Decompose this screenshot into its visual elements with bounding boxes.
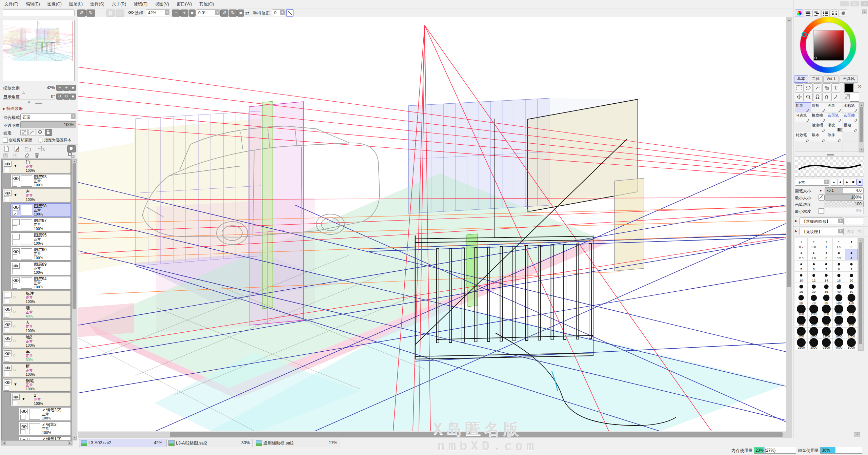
size-20[interactable]: 20 (845, 271, 858, 283)
min-size-pressure-button[interactable] (819, 194, 825, 201)
layer-extra-box[interactable] (4, 196, 9, 201)
layer-row-地2[interactable]: ▷地2正常100% (2, 334, 71, 348)
nav-zoom-slider[interactable] (3, 91, 55, 91)
size-4000[interactable]: 4000 (832, 338, 845, 350)
tab-基本[interactable]: 基本 (794, 75, 808, 83)
brush-渐变[interactable]: 渐变 (827, 122, 843, 132)
new-folder-button[interactable] (24, 146, 31, 153)
zoom-in-button[interactable]: + (180, 9, 188, 17)
layer-visibility-toggle[interactable] (4, 190, 12, 196)
brush-水彩笔[interactable]: 水彩笔 (843, 102, 859, 112)
document-tab-L3-A02贴图.sai2[interactable]: L3-A02贴图.sai230% (166, 439, 253, 447)
swatches-panel-icon[interactable] (804, 9, 812, 17)
document-tab-L3-A02.sai2[interactable]: L3-A02.sai242% (79, 439, 165, 447)
menu-item-2[interactable]: 图像(C) (47, 1, 62, 7)
layer-folder-toggle[interactable]: ▼ (14, 164, 17, 168)
layer-row-图层98[interactable]: 图层98正常100% (11, 203, 71, 217)
size-1[interactable]: 1 (820, 238, 833, 249)
brush-empty-cell[interactable] (827, 142, 843, 152)
layer-extra-box[interactable] (4, 371, 9, 376)
layer-list-hscrollbar[interactable]: ◀ ▶ (1, 440, 73, 446)
layer-visibility-toggle[interactable] (4, 292, 12, 298)
size-3.5[interactable]: 3.5 (832, 249, 845, 261)
delete-layer-button[interactable] (34, 152, 40, 159)
transparent-color-swatch[interactable] (845, 94, 850, 99)
zoom-dropdown-icon[interactable]: ▼ (165, 10, 169, 15)
layer-row-门[interactable]: ▼门正常100% (2, 160, 71, 173)
size-450[interactable]: 450 (807, 316, 820, 328)
layer-row-图层94[interactable]: 图层94正常100% (11, 276, 71, 290)
size-16[interactable]: 16 (832, 271, 845, 283)
layer-extra-box[interactable] (4, 298, 9, 303)
rotate-reset-button[interactable]: ■ (237, 9, 244, 17)
brush-tip-2[interactable]: ▲ (844, 179, 850, 186)
size-3500[interactable]: 3500 (820, 338, 833, 350)
deselect-button[interactable]: ▧ (106, 9, 115, 17)
nav-rotate-cw-button[interactable]: ↻ (63, 94, 70, 100)
brush-empty-cell[interactable] (843, 142, 859, 152)
layer-visibility-toggle[interactable] (12, 277, 20, 283)
layer-extra-box[interactable] (20, 415, 25, 420)
eyedropper-tool[interactable] (831, 92, 840, 101)
menu-item-0[interactable]: 文件(F) (4, 1, 18, 7)
size-1600[interactable]: 1600 (832, 327, 845, 339)
zoom-combo[interactable]: 42%▼ (146, 9, 170, 16)
layer-folder-toggle[interactable]: ▷ (14, 309, 16, 314)
size-12[interactable]: 12 (807, 271, 820, 283)
layer-extra-box[interactable] (12, 211, 17, 216)
layer-extra-box[interactable] (12, 284, 17, 289)
angle-dropdown-icon[interactable]: ▼ (215, 10, 220, 15)
layer-visibility-toggle[interactable] (4, 365, 12, 371)
brush-模糊[interactable]: 模糊 (843, 122, 859, 132)
layer-extra-box[interactable] (4, 342, 9, 347)
layer-folder-toggle[interactable]: ▷ (14, 324, 16, 328)
clear-layer-button[interactable] (24, 152, 31, 159)
lock-all-toggle[interactable] (45, 129, 52, 136)
layer-extra-box[interactable] (4, 313, 9, 318)
undo-button[interactable]: ↺ (77, 9, 86, 17)
layer-visibility-toggle[interactable] (20, 438, 28, 440)
layer-visibility-toggle[interactable] (12, 219, 20, 225)
layer-extra-box[interactable] (12, 225, 17, 230)
layer-row-钢笔2[interactable]: 钢笔2正常100% (19, 422, 71, 435)
layer-row-图层90[interactable]: 图层90正常100% (11, 247, 71, 261)
brush-texture-combo[interactable]: 【无纹理】▼ (800, 228, 844, 235)
layer-extra-box[interactable] (12, 400, 17, 405)
lock-pixels-toggle[interactable] (28, 129, 36, 136)
layer-visibility-toggle[interactable] (12, 263, 20, 269)
grid-panel-icon[interactable] (830, 9, 839, 17)
magic-wand-tool[interactable] (813, 83, 822, 92)
lasso-tool[interactable] (804, 83, 813, 92)
size-40[interactable]: 40 (832, 283, 845, 294)
size-grid-scrollbar[interactable]: ▲ (858, 238, 864, 351)
nav-zoom-slider-marker[interactable]: △ (22, 91, 25, 94)
layer-visibility-toggle[interactable] (4, 307, 12, 312)
size-200[interactable]: 200 (807, 305, 820, 316)
selection-sample-radio[interactable] (38, 138, 43, 143)
brush-grid-scrollbar[interactable]: ▲ ▼ (859, 102, 864, 152)
size-30[interactable]: 30 (807, 283, 820, 294)
swap-colors-icon[interactable]: ⤨ (857, 84, 861, 89)
size-300[interactable]: 300 (832, 305, 845, 316)
primary-color-swatch[interactable] (844, 83, 854, 93)
layer-visibility-toggle[interactable] (4, 161, 12, 167)
clip-group-button[interactable] (67, 152, 75, 158)
menu-item-4[interactable]: 选择(S) (90, 1, 104, 7)
size-350[interactable]: 350 (845, 305, 858, 316)
size-120[interactable]: 120 (845, 294, 858, 305)
document-tab-通用辅助框.sai2[interactable]: 通用辅助框.sai217% (254, 439, 340, 447)
size-250[interactable]: 250 (820, 305, 833, 316)
density-slider[interactable]: 100 (825, 201, 864, 207)
clipping-mask-checkbox[interactable] (3, 138, 8, 143)
brush-橡皮擦[interactable]: 橡皮擦 (811, 112, 827, 122)
layer-row-钢笔[interactable]: ▼钢笔正常100% (2, 378, 71, 392)
size-800[interactable]: 800 (795, 327, 808, 339)
size-100[interactable]: 100 (832, 294, 845, 305)
rotate-view-tool[interactable]: Ω (813, 92, 822, 101)
size-400[interactable]: 400 (795, 316, 808, 328)
hue-marker[interactable] (802, 32, 807, 37)
hand-tool[interactable] (822, 92, 831, 101)
lock-transparency-toggle[interactable] (20, 129, 28, 136)
size-8[interactable]: 8 (832, 260, 845, 272)
size-60[interactable]: 60 (795, 294, 808, 305)
